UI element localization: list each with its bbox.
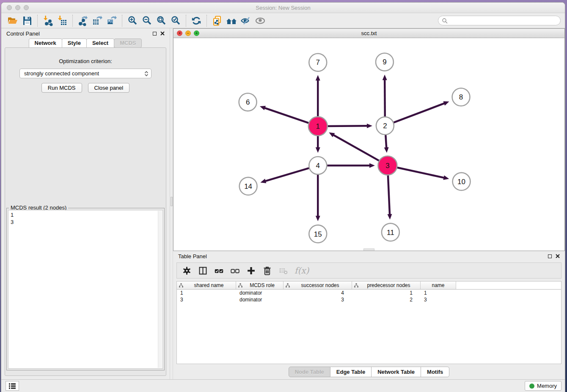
node-label: 2 bbox=[383, 122, 387, 130]
float-panel-icon[interactable] bbox=[153, 32, 157, 36]
node-table: shared nameMCDS rolesuccessor nodesprede… bbox=[176, 281, 561, 364]
import-network-icon[interactable] bbox=[41, 14, 55, 27]
table-cell[interactable]: 1 bbox=[421, 290, 456, 296]
edge-3-1[interactable] bbox=[333, 135, 380, 161]
zoom-out-icon[interactable] bbox=[140, 14, 154, 27]
splitter-grip[interactable] bbox=[171, 197, 173, 206]
export-image-icon[interactable] bbox=[105, 14, 119, 27]
function-icon: f(x) bbox=[295, 265, 309, 276]
column-header-successor-nodes[interactable]: successor nodes bbox=[284, 282, 352, 289]
horizontal-splitter-grip[interactable] bbox=[363, 248, 374, 251]
edge-1-6[interactable] bbox=[264, 108, 309, 123]
tab-network-table[interactable]: Network Table bbox=[372, 367, 421, 377]
table-row[interactable]: 1dominator411 bbox=[177, 290, 561, 296]
memory-button[interactable]: Memory bbox=[525, 381, 561, 391]
deselect-all-icon[interactable] bbox=[230, 266, 240, 276]
edge-arrowhead bbox=[383, 75, 387, 80]
zoom-fit-icon[interactable] bbox=[154, 14, 168, 27]
edge-1-2[interactable] bbox=[327, 126, 368, 126]
search-icon bbox=[442, 18, 448, 24]
network-title: scc.txt bbox=[173, 30, 564, 36]
table-cell[interactable]: dominator bbox=[236, 297, 284, 303]
table-cell[interactable]: 3 bbox=[284, 297, 352, 303]
table-cell[interactable]: dominator bbox=[236, 290, 284, 296]
column-header-shared-name[interactable]: shared name bbox=[177, 282, 236, 289]
hierarchy-icon bbox=[285, 283, 290, 288]
refresh-icon[interactable] bbox=[189, 14, 204, 27]
status-bar: Memory bbox=[1, 379, 565, 392]
tab-edge-table[interactable]: Edge Table bbox=[330, 367, 372, 377]
export-table-icon[interactable] bbox=[90, 14, 105, 27]
edge-2-8[interactable] bbox=[394, 103, 445, 123]
criterion-select-value: strongly connected component bbox=[24, 70, 144, 77]
eye-icon[interactable] bbox=[253, 14, 267, 27]
criterion-select[interactable]: strongly connected component bbox=[19, 69, 151, 78]
edge-2-9[interactable] bbox=[385, 79, 385, 116]
node-label: 10 bbox=[457, 178, 465, 186]
search-input[interactable] bbox=[450, 17, 557, 24]
houses-icon[interactable] bbox=[224, 14, 239, 27]
column-header-name[interactable]: name bbox=[421, 282, 456, 289]
edge-2-3[interactable] bbox=[385, 135, 386, 148]
vertical-splitter[interactable] bbox=[170, 28, 173, 379]
table-cell[interactable]: 4 bbox=[284, 290, 352, 296]
mcds-result-text[interactable]: 13 bbox=[8, 210, 163, 369]
eye-slash-icon[interactable] bbox=[239, 14, 253, 27]
close-panel-icon[interactable] bbox=[556, 254, 560, 258]
clone-network-icon[interactable] bbox=[210, 14, 224, 27]
result-scrollbar[interactable] bbox=[158, 211, 162, 368]
save-icon[interactable] bbox=[20, 14, 34, 27]
toolbar-separator bbox=[186, 15, 186, 27]
split-view-icon[interactable] bbox=[198, 266, 208, 276]
hierarchy-icon bbox=[238, 283, 243, 288]
export-network-icon[interactable] bbox=[76, 14, 90, 27]
table-cell[interactable]: 2 bbox=[352, 297, 421, 303]
table-cell[interactable]: 1 bbox=[352, 290, 421, 296]
column-header-MCDS-role[interactable]: MCDS role bbox=[236, 282, 284, 289]
table-toolbar: f(x) bbox=[176, 262, 561, 279]
edge-3-11[interactable] bbox=[388, 175, 390, 215]
zoom-in-icon[interactable] bbox=[125, 14, 140, 27]
add-icon[interactable] bbox=[246, 266, 256, 276]
table-cell[interactable]: 1 bbox=[177, 290, 236, 296]
tab-motifs[interactable]: Motifs bbox=[421, 367, 449, 377]
tab-select[interactable]: Select bbox=[86, 39, 114, 48]
control-panel-tabs: NetworkStyleSelectMCDS bbox=[1, 39, 170, 48]
edge-3-10[interactable] bbox=[396, 168, 444, 178]
tab-network[interactable]: Network bbox=[29, 39, 62, 48]
edge-arrowhead bbox=[367, 124, 372, 128]
network-canvas[interactable]: 7968124314101511 bbox=[173, 38, 564, 251]
control-panel-title: Control Panel bbox=[6, 30, 153, 37]
trash-icon[interactable] bbox=[262, 266, 272, 276]
toolbar-separator bbox=[37, 15, 38, 27]
close-panel-icon[interactable] bbox=[160, 31, 165, 36]
table-panel: Table Panel bbox=[173, 251, 565, 379]
table-cell[interactable]: 3 bbox=[421, 297, 456, 303]
run-mcds-button[interactable]: Run MCDS bbox=[41, 83, 82, 93]
tab-mcds[interactable]: MCDS bbox=[114, 39, 142, 48]
table-row[interactable]: 3dominator323 bbox=[177, 296, 561, 303]
tab-node-table[interactable]: Node Table bbox=[289, 367, 330, 377]
import-table-icon[interactable] bbox=[55, 14, 69, 27]
node-label: 7 bbox=[316, 58, 320, 66]
node-label: 14 bbox=[244, 182, 252, 190]
hierarchy-icon bbox=[179, 283, 184, 288]
hierarchy-icon bbox=[354, 283, 359, 288]
edge-arrowhead bbox=[388, 214, 392, 219]
edge-arrowhead bbox=[260, 179, 266, 183]
float-panel-icon[interactable] bbox=[548, 254, 552, 258]
zoom-selected-icon[interactable] bbox=[168, 14, 183, 27]
close-panel-button[interactable]: Close panel bbox=[88, 83, 130, 93]
column-header-predecessor-nodes[interactable]: predecessor nodes bbox=[352, 282, 421, 289]
edge-4-14[interactable] bbox=[265, 168, 309, 181]
tab-style[interactable]: Style bbox=[62, 39, 87, 48]
column-header-label: successor nodes bbox=[290, 282, 350, 288]
toolbar-separator bbox=[206, 15, 207, 27]
open-folder-icon[interactable] bbox=[6, 14, 20, 27]
task-list-button[interactable] bbox=[6, 381, 19, 391]
select-all-icon[interactable] bbox=[214, 266, 224, 276]
node-label: 6 bbox=[246, 98, 250, 106]
gear-icon[interactable] bbox=[182, 266, 192, 276]
table-cell[interactable]: 3 bbox=[177, 297, 236, 303]
network-window: × − + scc.txt 7968124314101511 bbox=[173, 28, 565, 251]
